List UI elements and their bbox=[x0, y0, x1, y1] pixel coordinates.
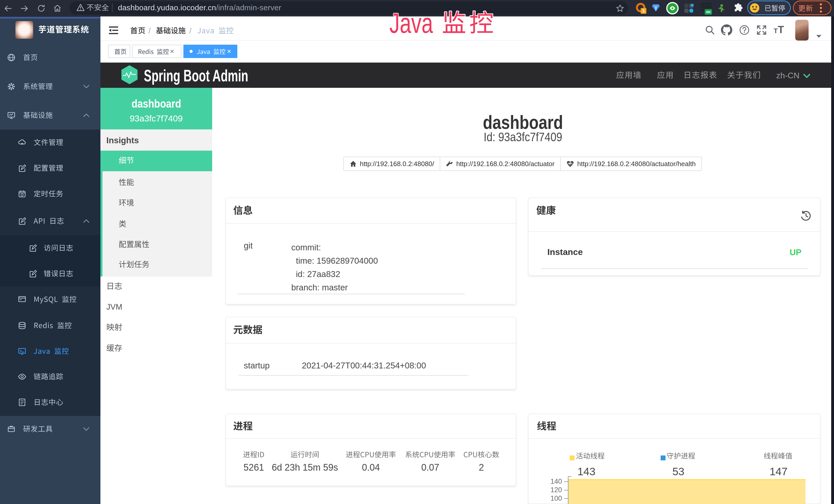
svg-text:on: on bbox=[706, 10, 710, 14]
svg-text:1: 1 bbox=[642, 8, 645, 13]
